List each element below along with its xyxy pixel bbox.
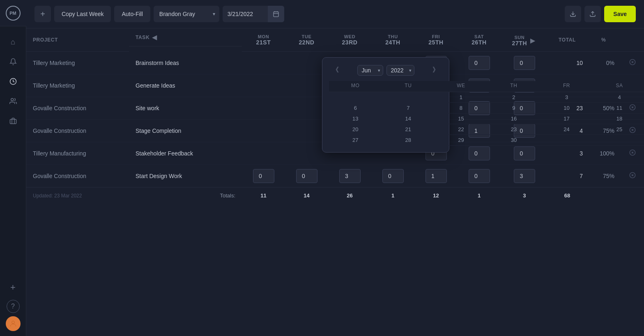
calendar-week-row: 13141516171819 [329,114,644,124]
day-cell [458,52,501,74]
auto-fill-button[interactable]: Auto-Fill [114,6,150,22]
calendar-day[interactable]: 27 [329,135,382,146]
user-select[interactable]: Brandon Gray [154,6,219,22]
calendar-toggle-button[interactable] [268,6,284,22]
calendar-day[interactable]: 22 [435,124,488,135]
calendar-day[interactable]: 9 [488,103,540,114]
calendar-day[interactable]: 1 [435,92,488,103]
calendar-day[interactable]: 4 [593,92,644,103]
sidebar-item-notifications[interactable] [4,53,22,71]
sidebar-item-home[interactable]: ⌂ [4,33,22,51]
date-input[interactable] [223,6,268,22]
calendar-day[interactable]: 17 [540,114,593,124]
save-button[interactable]: Save [604,6,636,22]
calendar-day[interactable]: 30 [488,135,540,146]
calendar-day[interactable]: 3 [540,92,593,103]
sidebar-item-projects[interactable] [4,112,22,130]
day-input[interactable] [514,146,535,160]
task-col-header: TASK ◀ [129,28,242,46]
mon-col-header: Mon 21st [242,28,285,52]
calendar-day[interactable]: 29 [435,135,488,146]
prev-week-button[interactable]: ◀ [151,33,158,41]
calendar-day[interactable]: 21 [382,124,435,135]
year-select[interactable]: 20202021202220232024 [386,65,414,76]
user-avatar[interactable] [6,316,21,331]
remove-row-button[interactable] [628,170,637,182]
sat-col-header: Sat 26th [458,28,501,52]
calendar-day[interactable]: 25 [593,124,644,135]
remove-row-button[interactable] [628,57,637,69]
sidebar-item-time[interactable] [4,72,22,90]
calendar-day[interactable]: 14 [382,114,435,124]
total-sat: 1 [458,188,501,204]
calendar-day[interactable]: 23 [488,124,540,135]
toolbar: + Copy Last Week Auto-Fill Brandon Gray … [26,0,644,28]
upload-button[interactable] [584,6,601,22]
remove-row-button[interactable] [628,148,637,159]
total-cell: 10 [548,52,586,74]
updated-text: Updated: 23 Mar 2022 [26,188,129,204]
calendar-day[interactable]: 15 [435,114,488,124]
table-header-row: PROJECT TASK ◀ Mon 21st Tue 22nd [26,28,644,52]
day-input[interactable] [382,169,404,183]
calendar-day[interactable]: 13 [329,114,382,124]
month-select[interactable]: JanFebMarAprMay JunJulAugSep OctNovDec [357,65,383,76]
calendar-day[interactable]: 10 [540,103,593,114]
day-input[interactable] [426,169,447,183]
calendar-day [382,92,435,103]
calendar-day[interactable]: 8 [435,103,488,114]
cal-next-button[interactable]: 》 [429,64,442,76]
sidebar-item-add[interactable]: + [4,278,22,297]
total-mon: 11 [242,188,285,204]
calendar-day[interactable]: 24 [540,124,593,135]
calendar-day [329,92,382,103]
calendar-day[interactable]: 16 [488,114,540,124]
calendar-grid: Mo Tu We Th Fr Sa Su 1234567891011121314… [329,81,644,146]
day-input[interactable] [253,169,274,183]
task-cell: Generate Ideas [129,74,242,97]
sidebar: PM ⌂ + ? [0,0,26,336]
calendar-week-row: 20212223242526 [329,124,644,135]
tue-col-header: Tue 22nd [285,28,328,52]
day-input[interactable] [339,169,361,183]
copy-last-week-button[interactable]: Copy Last Week [54,6,111,22]
add-entry-button[interactable]: + [34,6,51,22]
sidebar-item-people[interactable] [4,92,22,110]
calendar-day [593,135,644,146]
day-input[interactable] [469,146,490,160]
calendar-day[interactable]: 6 [329,103,382,114]
calendar-week-row: 12345 [329,92,644,103]
year-select-wrap: 20202021202220232024 [386,65,414,76]
day-input[interactable] [469,56,490,70]
day-cell [242,120,285,142]
day-input[interactable] [296,169,317,183]
cal-day-sa: Sa [593,81,644,92]
plus-icon: + [40,9,45,19]
calendar-day[interactable]: 2 [488,92,540,103]
task-cell: Site work [129,97,242,120]
day-input[interactable] [514,169,535,183]
main-content: + Copy Last Week Auto-Fill Brandon Gray … [26,0,644,336]
app-logo: PM [0,0,26,26]
cal-prev-button[interactable]: 《 [329,64,342,76]
calendar-week-row: 27282930 [329,135,644,146]
date-input-wrapper [223,6,284,22]
sun-col-header: Sun 27th ▶ [501,30,548,52]
calendar-day[interactable]: 18 [593,114,644,124]
cal-day-we: We [435,81,488,92]
calendar-day[interactable]: 7 [382,103,435,114]
calendar-day[interactable]: 20 [329,124,382,135]
total-cell: 7 [548,165,586,188]
download-button[interactable] [565,6,581,22]
day-cell [242,97,285,120]
project-cell: Tillery Marketing [26,52,129,74]
total-wed: 26 [328,188,371,204]
next-week-button[interactable]: ▶ [529,37,537,44]
calendar-day[interactable]: 11 [593,103,644,114]
wed-col-header: Wed 23rd [328,28,371,52]
day-input[interactable] [514,56,535,70]
day-input[interactable] [469,169,490,183]
sidebar-item-help[interactable]: ? [7,300,20,313]
calendar-days-body: 1234567891011121314151617181920212223242… [329,92,644,146]
calendar-day[interactable]: 28 [382,135,435,146]
